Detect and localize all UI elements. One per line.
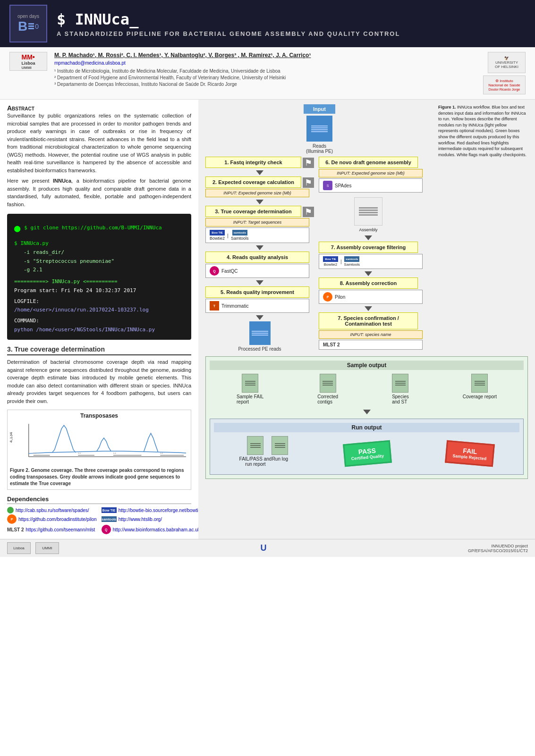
processed-label: Processed PE reads	[238, 346, 281, 352]
chart-caption: Figure 2. Genome coverage. The three cov…	[10, 467, 188, 487]
processed-reads-section: Processed PE reads	[205, 321, 314, 352]
run-item-log: Run log	[272, 436, 288, 467]
arrow-4	[256, 280, 263, 285]
helsinki-logo: 🦅UNIVERSITYOF HELSINKI	[488, 52, 526, 73]
run-output-title: Run output	[214, 423, 519, 432]
sample-output-title: Sample output	[210, 361, 524, 370]
assembly-label: Assembly	[359, 227, 377, 232]
workflow-diagram-area: Input Reads(Illumina PE)	[205, 104, 433, 352]
output-fail-report-label: Sample FAILreport	[237, 394, 263, 404]
sample-to-run-arrow	[363, 410, 371, 414]
footer-center: U	[260, 543, 266, 553]
step7a-tool: Bow TIE Bowtie2 | samtools Samtools	[319, 254, 423, 269]
terminal-separator: ==========> INNUca.py <==========	[14, 277, 184, 286]
subtitle: A STANDARDIZED PIPELINE FOR BACTERIAL GE…	[57, 30, 400, 37]
figure-caption: Figure 1. INNUca workflow. Blue box and …	[438, 104, 528, 352]
step5-box: 5. Reads quality improvement	[205, 286, 309, 298]
samtools-step7a-badge: samtools	[344, 256, 359, 262]
samtools-dep-badge: samtools	[102, 516, 117, 522]
fail-report-doc	[242, 374, 258, 393]
svg-text:↔: ↔	[112, 450, 117, 455]
run-log-label: Run log	[272, 456, 288, 462]
terminal-flag-g: -g 2.1	[24, 266, 184, 275]
coverage-report-doc	[471, 374, 488, 393]
sample-output-items: Sample FAILreport Correctedcontigs	[210, 374, 524, 404]
dep-samtools-link: http://www.htslib.org/	[119, 517, 162, 522]
bowtie2-step7a: Bow TIE Bowtie2	[323, 256, 338, 267]
chart-title: Transposases	[10, 412, 188, 419]
step6-tool: S SPAdes	[319, 178, 423, 193]
terminal-clone-cmd: $ git clone https://github.com/B-UMMI/IN…	[24, 224, 161, 233]
step6-box: 6. De novo draft genome assembly	[319, 157, 418, 168]
output-corrected-label: Correctedcontigs	[317, 394, 338, 404]
pass-badge-wrapper: PASS Certified Quality	[344, 442, 391, 465]
authors-section: MM• Lisboa UMMI M. P. Machado¹, M. Rossi…	[0, 47, 535, 100]
fail-badge-wrapper: FAIL Sample Rejected	[446, 442, 494, 465]
transposases-chart: Transposases 4,134	[7, 410, 191, 490]
authors-email: mpmachado@medicina.ulisboa.pt	[54, 60, 476, 66]
dependencies-section: Dependencies http://cab.spbu.ru/software…	[7, 496, 191, 534]
step8-tool: P Pilon	[319, 290, 423, 304]
dep-mlst-link: https://github.com/tseemann/mlst	[26, 527, 95, 532]
output-item-corrected: Correctedcontigs	[317, 374, 338, 404]
samtools-step7a-label: Samtools	[344, 262, 360, 267]
step3-input: INPUT: Target sequences	[205, 218, 309, 227]
arrow-7	[365, 271, 372, 276]
species-st-doc	[392, 374, 408, 393]
step7b-box: 7. Species confirmation / Contamination …	[319, 312, 418, 329]
step3-box: 3. True coverage determination	[205, 206, 301, 217]
bowtie2-dep-badge: Bow TIE	[102, 507, 117, 513]
output-item-coverage: Coverage report	[463, 374, 497, 404]
tools-separator: |	[227, 233, 229, 238]
svg-text:↔: ↔	[33, 450, 37, 455]
pilon-dep-icon: P	[7, 514, 17, 524]
assembly-doc-icon	[354, 197, 382, 226]
samtools-wrapper: samtools Samtools	[231, 230, 249, 241]
output-item-fail-report: Sample FAILreport	[237, 374, 263, 404]
arrow-5	[256, 315, 263, 320]
reads-icon-wrapper	[205, 116, 433, 142]
terminal-flag-s: -s "Streptococcus pneumoniae"	[24, 257, 184, 266]
arrow-6	[365, 235, 372, 240]
terminal-block: ● $ git clone https://github.com/B-UMMI/…	[7, 214, 191, 340]
header-title-block: $ INNUca_ A STANDARDIZED PIPELINE FOR BA…	[57, 10, 400, 37]
dep-pilon-link: https://github.com/broadinstitute/pilon	[18, 517, 97, 522]
left-column: Abstract Surveillance by public organiza…	[0, 100, 198, 539]
arrow-1	[256, 170, 263, 175]
input-section: Input	[205, 104, 433, 114]
svg-text:↔: ↔	[159, 450, 164, 455]
pilon-wf-icon: P	[323, 292, 332, 302]
svg-text:↔: ↔	[77, 450, 82, 455]
affiliation-2: ² Department of Food Hygiene and Environ…	[54, 75, 476, 81]
institution-logos: MM• Lisboa UMMI	[9, 52, 47, 71]
pilon-label: Pilon	[335, 294, 345, 300]
samtools-label: Samtools	[231, 236, 249, 241]
fastqc-wf-icon: Q	[210, 266, 219, 276]
reads-label: Reads(Illumina PE)	[205, 143, 433, 154]
coverage-text: Determination of bacterial chromosome co…	[7, 358, 191, 405]
step2-flag: ⚑	[303, 177, 314, 188]
bowtie2-step7a-label: Bowtie2	[324, 262, 337, 267]
footer-logo-1: Lisboa	[7, 542, 31, 554]
workflow-steps: 1. Fastq integrity check ⚑ 2. Expected c…	[205, 157, 433, 352]
footer-grant: GP/EFSA/AFSCO/2015/01/CT2	[468, 548, 528, 553]
footer-u-logo: U	[260, 543, 266, 553]
mlst-dep-label: MLST 2	[7, 527, 24, 532]
arrow-3	[256, 245, 263, 250]
step2-box: 2. Expected coverage calculation	[205, 176, 301, 188]
abstract-title: Abstract	[7, 104, 34, 112]
step3-tools: Bow TIE Bowtie2 | samtools Samtools	[205, 227, 309, 243]
footer: Lisboa UMMI U INNUENDO project GP/EFSA/A…	[0, 539, 535, 557]
mlst2-label: MLST 2	[323, 342, 340, 347]
samtools-step7a: samtools Samtools	[344, 256, 360, 267]
svg-text:4,134: 4,134	[10, 432, 13, 443]
abstract-text-1: Surveillance by public organizations rel…	[7, 112, 191, 174]
sample-output-section: Sample output Sample FAILreport	[205, 356, 528, 479]
footer-logo-2: UMMI	[35, 542, 59, 554]
step2-input: INPUT: Expected genome size (Mb)	[205, 189, 309, 197]
terminal-command-label: COMMAND:	[14, 317, 184, 326]
output-arrow	[210, 408, 524, 416]
abstract-text-2: Here we present INNUca, a bioinformatics…	[7, 177, 191, 208]
coverage-chart-svg: 4,134 ↔ ↔ ↔	[10, 421, 188, 464]
fastqc-label: FastQC	[221, 269, 238, 274]
